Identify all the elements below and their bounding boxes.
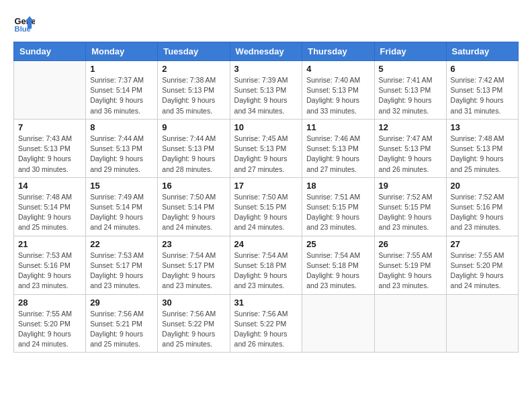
calendar-cell: 16Sunrise: 7:50 AM Sunset: 5:14 PM Dayli…	[158, 177, 230, 236]
day-number: 25	[306, 239, 369, 249]
calendar-cell: 30Sunrise: 7:56 AM Sunset: 5:22 PM Dayli…	[158, 294, 230, 353]
day-info: Sunrise: 7:55 AM Sunset: 5:19 PM Dayligh…	[379, 250, 442, 291]
day-info: Sunrise: 7:53 AM Sunset: 5:17 PM Dayligh…	[90, 250, 153, 291]
day-info: Sunrise: 7:38 AM Sunset: 5:13 PM Dayligh…	[162, 75, 225, 116]
day-info: Sunrise: 7:48 AM Sunset: 5:14 PM Dayligh…	[18, 192, 81, 233]
calendar-cell: 5Sunrise: 7:41 AM Sunset: 5:13 PM Daylig…	[374, 61, 446, 120]
day-info: Sunrise: 7:56 AM Sunset: 5:22 PM Dayligh…	[162, 309, 225, 350]
day-info: Sunrise: 7:50 AM Sunset: 5:14 PM Dayligh…	[162, 192, 225, 233]
calendar-cell: 25Sunrise: 7:54 AM Sunset: 5:18 PM Dayli…	[302, 236, 374, 294]
week-row-3: 14Sunrise: 7:48 AM Sunset: 5:14 PM Dayli…	[14, 177, 519, 236]
day-number: 31	[234, 298, 298, 308]
day-number: 12	[379, 122, 442, 132]
day-info: Sunrise: 7:54 AM Sunset: 5:18 PM Dayligh…	[306, 250, 369, 291]
calendar-cell: 18Sunrise: 7:51 AM Sunset: 5:15 PM Dayli…	[302, 177, 374, 236]
day-number: 1	[90, 64, 153, 74]
calendar-cell: 17Sunrise: 7:50 AM Sunset: 5:15 PM Dayli…	[230, 177, 302, 236]
calendar-cell	[446, 294, 518, 353]
calendar-cell: 14Sunrise: 7:48 AM Sunset: 5:14 PM Dayli…	[14, 177, 86, 236]
page-header: General Blue	[13, 13, 519, 35]
calendar-cell	[302, 294, 374, 353]
day-number: 6	[451, 64, 514, 74]
day-info: Sunrise: 7:54 AM Sunset: 5:17 PM Dayligh…	[162, 250, 225, 291]
logo-icon: General Blue	[13, 13, 35, 35]
day-number: 3	[234, 64, 298, 74]
day-info: Sunrise: 7:56 AM Sunset: 5:21 PM Dayligh…	[90, 309, 153, 350]
day-number: 28	[18, 298, 81, 308]
day-number: 10	[234, 122, 298, 132]
day-info: Sunrise: 7:44 AM Sunset: 5:13 PM Dayligh…	[162, 134, 225, 175]
day-info: Sunrise: 7:42 AM Sunset: 5:13 PM Dayligh…	[451, 75, 514, 116]
calendar-cell: 20Sunrise: 7:52 AM Sunset: 5:16 PM Dayli…	[446, 177, 518, 236]
day-number: 17	[234, 181, 298, 191]
day-number: 13	[451, 122, 514, 132]
calendar-cell: 23Sunrise: 7:54 AM Sunset: 5:17 PM Dayli…	[158, 236, 230, 294]
week-row-2: 7Sunrise: 7:43 AM Sunset: 5:13 PM Daylig…	[14, 119, 519, 177]
day-number: 23	[162, 239, 225, 249]
column-header-friday: Friday	[374, 42, 446, 61]
day-number: 8	[90, 122, 153, 132]
calendar-cell: 29Sunrise: 7:56 AM Sunset: 5:21 PM Dayli…	[86, 294, 158, 353]
column-header-wednesday: Wednesday	[230, 42, 302, 61]
calendar-cell	[14, 61, 86, 120]
calendar-cell: 22Sunrise: 7:53 AM Sunset: 5:17 PM Dayli…	[86, 236, 158, 294]
day-info: Sunrise: 7:41 AM Sunset: 5:13 PM Dayligh…	[379, 75, 442, 116]
day-info: Sunrise: 7:49 AM Sunset: 5:14 PM Dayligh…	[90, 192, 153, 233]
day-info: Sunrise: 7:44 AM Sunset: 5:13 PM Dayligh…	[90, 134, 153, 175]
day-info: Sunrise: 7:51 AM Sunset: 5:15 PM Dayligh…	[306, 192, 369, 233]
calendar-cell: 21Sunrise: 7:53 AM Sunset: 5:16 PM Dayli…	[14, 236, 86, 294]
calendar-cell: 19Sunrise: 7:52 AM Sunset: 5:15 PM Dayli…	[374, 177, 446, 236]
calendar-cell: 2Sunrise: 7:38 AM Sunset: 5:13 PM Daylig…	[158, 61, 230, 120]
day-info: Sunrise: 7:47 AM Sunset: 5:13 PM Dayligh…	[379, 134, 442, 175]
day-number: 9	[162, 122, 225, 132]
day-info: Sunrise: 7:50 AM Sunset: 5:15 PM Dayligh…	[234, 192, 298, 233]
calendar-cell: 27Sunrise: 7:55 AM Sunset: 5:20 PM Dayli…	[446, 236, 518, 294]
calendar-cell: 7Sunrise: 7:43 AM Sunset: 5:13 PM Daylig…	[14, 119, 86, 177]
day-info: Sunrise: 7:55 AM Sunset: 5:20 PM Dayligh…	[451, 250, 514, 291]
day-info: Sunrise: 7:54 AM Sunset: 5:18 PM Dayligh…	[234, 250, 298, 291]
day-number: 22	[90, 239, 153, 249]
calendar-cell: 15Sunrise: 7:49 AM Sunset: 5:14 PM Dayli…	[86, 177, 158, 236]
day-number: 18	[306, 181, 369, 191]
day-info: Sunrise: 7:53 AM Sunset: 5:16 PM Dayligh…	[18, 250, 81, 291]
day-number: 19	[379, 181, 442, 191]
day-number: 2	[162, 64, 225, 74]
column-header-tuesday: Tuesday	[158, 42, 230, 61]
week-row-5: 28Sunrise: 7:55 AM Sunset: 5:20 PM Dayli…	[14, 294, 519, 353]
calendar-cell: 4Sunrise: 7:40 AM Sunset: 5:13 PM Daylig…	[302, 61, 374, 120]
calendar-cell: 11Sunrise: 7:46 AM Sunset: 5:13 PM Dayli…	[302, 119, 374, 177]
day-info: Sunrise: 7:43 AM Sunset: 5:13 PM Dayligh…	[18, 134, 81, 175]
day-info: Sunrise: 7:39 AM Sunset: 5:13 PM Dayligh…	[234, 75, 298, 116]
day-number: 26	[379, 239, 442, 249]
day-number: 4	[306, 64, 369, 74]
day-number: 30	[162, 298, 225, 308]
day-info: Sunrise: 7:55 AM Sunset: 5:20 PM Dayligh…	[18, 309, 81, 350]
day-number: 21	[18, 239, 81, 249]
column-header-thursday: Thursday	[302, 42, 374, 61]
calendar-cell: 28Sunrise: 7:55 AM Sunset: 5:20 PM Dayli…	[14, 294, 86, 353]
day-info: Sunrise: 7:40 AM Sunset: 5:13 PM Dayligh…	[306, 75, 369, 116]
week-row-4: 21Sunrise: 7:53 AM Sunset: 5:16 PM Dayli…	[14, 236, 519, 294]
day-number: 14	[18, 181, 81, 191]
calendar-cell: 3Sunrise: 7:39 AM Sunset: 5:13 PM Daylig…	[230, 61, 302, 120]
day-info: Sunrise: 7:37 AM Sunset: 5:14 PM Dayligh…	[90, 75, 153, 116]
header-row: SundayMondayTuesdayWednesdayThursdayFrid…	[14, 42, 519, 61]
day-info: Sunrise: 7:52 AM Sunset: 5:16 PM Dayligh…	[451, 192, 514, 233]
day-number: 20	[451, 181, 514, 191]
day-info: Sunrise: 7:46 AM Sunset: 5:13 PM Dayligh…	[306, 134, 369, 175]
week-row-1: 1Sunrise: 7:37 AM Sunset: 5:14 PM Daylig…	[14, 61, 519, 120]
day-number: 11	[306, 122, 369, 132]
day-number: 29	[90, 298, 153, 308]
day-info: Sunrise: 7:45 AM Sunset: 5:13 PM Dayligh…	[234, 134, 298, 175]
calendar-cell: 8Sunrise: 7:44 AM Sunset: 5:13 PM Daylig…	[86, 119, 158, 177]
logo: General Blue	[13, 13, 35, 35]
day-number: 15	[90, 181, 153, 191]
column-header-saturday: Saturday	[446, 42, 518, 61]
day-number: 5	[379, 64, 442, 74]
calendar-cell: 1Sunrise: 7:37 AM Sunset: 5:14 PM Daylig…	[86, 61, 158, 120]
day-info: Sunrise: 7:56 AM Sunset: 5:22 PM Dayligh…	[234, 309, 298, 350]
calendar-cell	[374, 294, 446, 353]
calendar-table: SundayMondayTuesdayWednesdayThursdayFrid…	[13, 42, 519, 353]
day-number: 16	[162, 181, 225, 191]
calendar-cell: 9Sunrise: 7:44 AM Sunset: 5:13 PM Daylig…	[158, 119, 230, 177]
